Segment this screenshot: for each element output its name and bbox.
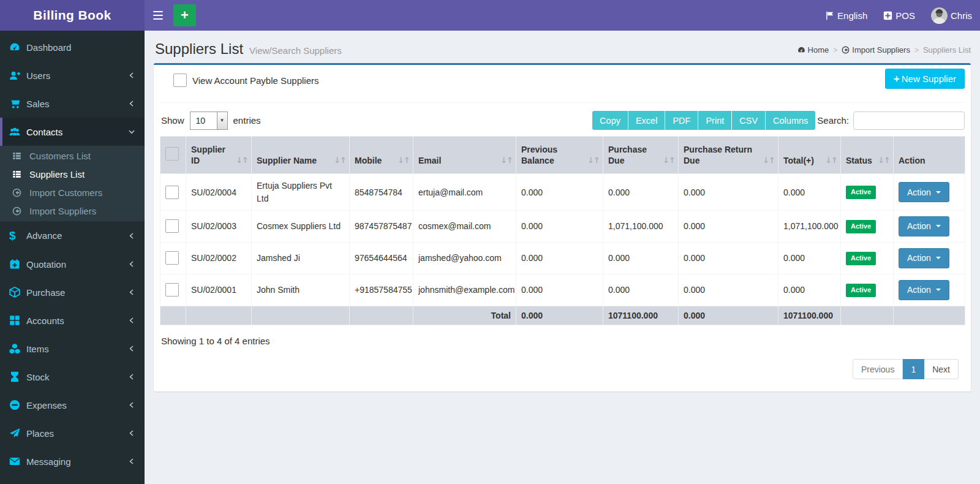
select-all-checkbox[interactable] [165,147,179,161]
sidebar-item-stock: Stock [0,363,145,391]
new-supplier-button[interactable]: +New Supplier [885,69,965,89]
sidebar-sublink-import-suppliers[interactable]: Import Suppliers [0,202,145,220]
column-header-mobile[interactable]: Mobile↓↑ [350,137,413,174]
table-controls: Show 10 ▼ entries CopyExcelPDFPrintCSVCo… [160,103,965,130]
status-badge: Active [846,186,876,199]
cell-supplier-id: SU/02/0002 [186,242,252,274]
show-label: Show [161,115,184,126]
sidebar-item-label: Accounts [26,316,64,326]
sidebar-item-label: Contacts [26,127,62,137]
user-menu[interactable]: Chris [923,0,980,31]
export-columns-button[interactable]: Columns [766,111,815,130]
search-control: Search: [817,112,965,130]
export-copy-button[interactable]: Copy [592,111,628,130]
cell-supplier-name: Ertuja Suppliers Pvt Ltd [252,174,350,211]
column-header-previous-balance[interactable]: Previous Balance↓↑ [516,137,603,174]
column-label: Previous Balance [521,145,557,165]
row-checkbox[interactable] [165,283,179,297]
cube-icon [9,287,26,298]
pos-label: POS [895,10,915,21]
app-logo[interactable]: Billing Book [0,0,145,31]
cell-purchase-return-due: 0.000 [679,242,778,274]
sidebar-link-stock[interactable]: Stock [0,363,145,391]
status-badge: Active [846,284,876,297]
sidebar-sublink-import-customers[interactable]: Import Customers [0,183,145,202]
export-print-button[interactable]: Print [698,111,732,130]
sidebar-link-dashboard[interactable]: Dashboard [0,33,145,61]
pagination-next[interactable]: Next [924,359,959,379]
view-account-payable-checkbox[interactable] [173,74,187,87]
cell-purchase-return-due: 0.000 [679,210,778,242]
footer-cell [252,306,350,325]
export-excel-button[interactable]: Excel [628,111,665,130]
column-header-supplier-id[interactable]: Supplier ID↓↑ [186,137,252,174]
sidebar-item-label: Purchase [26,287,65,298]
sidebar-link-items[interactable]: Items [0,335,145,363]
content-header: Suppliers ListView/Search Suppliers Home… [145,31,980,58]
breadcrumb-label: Home [808,45,829,55]
cell-total: 0.000 [778,274,841,306]
action-dropdown-button[interactable]: Action [899,280,949,300]
sidebar-toggle-button[interactable] [145,0,172,31]
app-title: Billing Book [33,8,111,23]
sidebar-link-accounts[interactable]: Accounts [0,306,145,335]
user-name: Chris [951,10,972,21]
sidebar-menu: DashboardUsersSalesContactsCustomers Lis… [0,31,145,475]
pagination-previous[interactable]: Previous [853,359,903,379]
sidebar-subitem-import-customers: Import Customers [0,183,145,202]
sidebar-item-contacts: ContactsCustomers ListSuppliers ListImpo… [0,118,145,221]
sidebar-link-purchase[interactable]: Purchase [0,278,145,306]
action-dropdown-button[interactable]: Action [899,248,949,268]
footer-cell: 1071100.000 [603,306,679,325]
paper-plane-icon [9,428,26,439]
pos-button[interactable]: POS [875,0,923,31]
sidebar-sublink-customers-list[interactable]: Customers List [0,146,145,165]
sidebar-item-expenses: Expenses [0,391,145,419]
column-label: Total(+) [783,156,814,165]
column-header-email[interactable]: Email↓↑ [413,137,516,174]
column-header-purchase-due[interactable]: Purchase Due↓↑ [603,137,679,174]
sidebar-link-places[interactable]: Places [0,419,145,447]
sidebar-link-messaging[interactable]: Messaging [0,447,145,475]
breadcrumb-item-import-suppliers[interactable]: Import Suppliers [842,45,910,55]
cell-total: 0.000 [778,174,841,211]
row-checkbox[interactable] [165,251,179,265]
column-header-status[interactable]: Status↓↑ [841,137,894,174]
sidebar-link-contacts[interactable]: Contacts [0,118,145,146]
page-size-select[interactable]: 10 ▼ [190,112,228,130]
caret-down-icon [936,257,941,259]
column-header-purchase-return-due[interactable]: Purchase Return Due↓↑ [679,137,778,174]
export-pdf-button[interactable]: PDF [665,111,698,130]
breadcrumb-item-home[interactable]: Home [797,45,829,55]
sort-icon: ↓↑ [334,156,346,166]
quick-add-button[interactable]: + [173,4,196,26]
column-header-total-[interactable]: Total(+)↓↑ [778,137,841,174]
row-checkbox[interactable] [165,186,179,199]
user-avatar [931,7,948,24]
action-dropdown-button[interactable]: Action [899,216,949,236]
sidebar-sublink-suppliers-list[interactable]: Suppliers List [0,165,145,183]
supplier-row-su-02-0004: SU/02/0004Ertuja Suppliers Pvt Ltd854875… [160,174,965,211]
cell-status: Active [841,242,894,274]
sidebar-link-advance[interactable]: $Advance [0,221,145,250]
cell-supplier-name: John Smith [252,274,350,306]
language-label: English [837,10,867,21]
export-csv-button[interactable]: CSV [732,111,766,130]
sidebar-link-sales[interactable]: Sales [0,89,145,118]
row-checkbox[interactable] [165,219,179,233]
sidebar-item-messaging: Messaging [0,447,145,475]
chevron-left-icon [128,289,135,296]
search-input[interactable] [853,112,965,130]
sidebar-item-accounts: Accounts [0,306,145,335]
sidebar-link-quotation[interactable]: Quotation [0,250,145,278]
sidebar-link-users[interactable]: Users [0,61,145,89]
sidebar-link-expenses[interactable]: Expenses [0,391,145,419]
sidebar-item-sales: Sales [0,89,145,118]
column-header-supplier-name[interactable]: Supplier Name↓↑ [252,137,350,174]
language-menu[interactable]: English [817,0,875,31]
cell-mobile: +91857584755 [350,274,413,306]
action-dropdown-button[interactable]: Action [899,182,949,202]
pagination-page-1[interactable]: 1 [903,359,924,379]
cell-purchase-due: 0.000 [603,242,679,274]
cell-action: Action [894,242,965,274]
